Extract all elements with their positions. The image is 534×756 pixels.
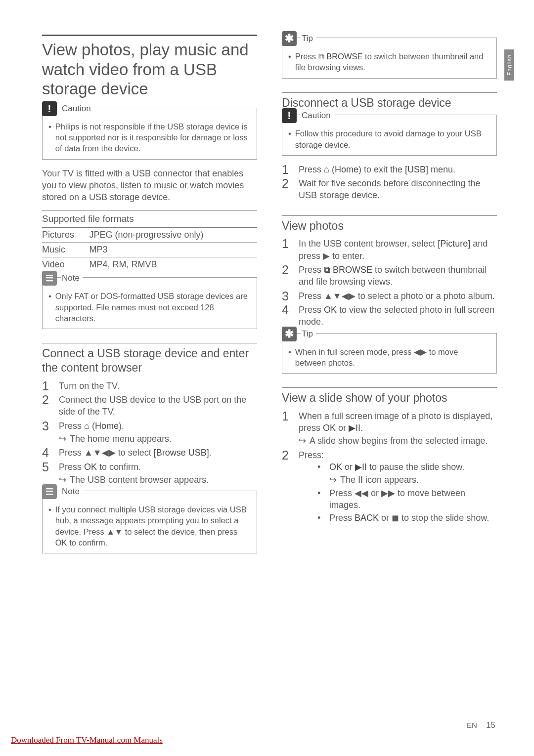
home-icon: ⌂ bbox=[324, 165, 329, 174]
tip-icon: ✱ bbox=[282, 327, 297, 341]
subsection-heading: Disconnect a USB storage device bbox=[282, 92, 497, 110]
tip-icon: ✱ bbox=[282, 31, 297, 46]
view-photos-steps: In the USB content browser, select [Pict… bbox=[282, 238, 497, 328]
left-column: View photos, play music and watch video … bbox=[42, 35, 257, 561]
formats-table: Supported file formats PicturesJPEG (non… bbox=[42, 210, 257, 272]
home-icon: ⌂ bbox=[84, 421, 89, 431]
browse-icon: ⧉ bbox=[324, 265, 330, 275]
bullet: Press BACK or ◼ to stop the slide show. bbox=[317, 512, 497, 524]
step: In the USB content browser, select [Pict… bbox=[282, 238, 497, 262]
caution-box: ! Caution Follow this procedure to avoid… bbox=[282, 115, 497, 156]
step: Press OK to view the selected photo in f… bbox=[282, 304, 497, 328]
arrow-icons: ▲▼◀▶ bbox=[84, 448, 116, 458]
bullet: OK or ▶II to pause the slide show. The I… bbox=[317, 461, 497, 486]
language-tab: English bbox=[504, 49, 514, 81]
table-cell: MP3 bbox=[89, 243, 257, 257]
caution-title: Caution bbox=[301, 111, 334, 121]
tip-title: Tip bbox=[301, 34, 316, 43]
step-result: A slide show begins from the selected im… bbox=[299, 435, 497, 447]
note-title: Note bbox=[61, 487, 83, 497]
note-title: Note bbox=[61, 273, 83, 283]
step: Press OK to confirm. The USB content bro… bbox=[42, 461, 257, 486]
table-header: Supported file formats bbox=[42, 210, 257, 228]
table-cell: Video bbox=[42, 257, 89, 272]
step: When a full screen image of a photo is d… bbox=[282, 410, 497, 447]
section-heading: View photos, play music and watch video … bbox=[42, 35, 257, 99]
tip-text: When in full screen mode, press ◀▶ to mo… bbox=[295, 346, 490, 369]
step-result: The USB content browser appears. bbox=[59, 474, 257, 486]
stop-icon: ◼ bbox=[392, 513, 399, 523]
step: Press: OK or ▶II to pause the slide show… bbox=[282, 449, 497, 524]
play-pause-icon: ▶II bbox=[349, 423, 360, 433]
step: Turn on the TV. bbox=[42, 380, 257, 392]
caution-text: Philips is not responsible if the USB st… bbox=[55, 121, 251, 154]
table-cell: Music bbox=[42, 243, 89, 257]
note-box: ☰ Note If you connect multiple USB stora… bbox=[42, 491, 257, 553]
step: Wait for five seconds before disconnecti… bbox=[282, 177, 497, 202]
caution-box: ! Caution Philips is not responsible if … bbox=[42, 108, 257, 160]
caution-icon: ! bbox=[42, 101, 57, 116]
download-link[interactable]: Downloaded From TV-Manual.com Manuals bbox=[11, 735, 163, 745]
table-cell: MP4, RM, RMVB bbox=[89, 257, 257, 272]
connect-steps: Turn on the TV. Connect the USB device t… bbox=[42, 380, 257, 486]
arrow-icons: ▲▼◀▶ bbox=[324, 291, 356, 301]
note-box: ☰ Note Only FAT or DOS-formatted USB sto… bbox=[42, 277, 257, 329]
page-number: 15 bbox=[486, 720, 495, 730]
arrow-icons: ▲▼ bbox=[106, 527, 123, 536]
caution-text: Follow this procedure to avoid damage to… bbox=[295, 128, 490, 150]
caution-title: Caution bbox=[61, 104, 94, 114]
tip-box: ✱ Tip When in full screen mode, press ◀▶… bbox=[282, 333, 497, 374]
tip-box: ✱ Tip Press ⧉ BROWSE to switch between t… bbox=[282, 38, 497, 79]
play-pause-icon: ▶II bbox=[355, 462, 367, 472]
table-cell: Pictures bbox=[42, 228, 89, 243]
rewind-icon: ◀◀ bbox=[355, 488, 368, 498]
slideshow-steps: When a full screen image of a photo is d… bbox=[282, 410, 497, 524]
caution-icon: ! bbox=[282, 108, 297, 123]
fast-forward-icon: ▶▶ bbox=[381, 488, 395, 498]
tip-title: Tip bbox=[301, 329, 316, 339]
step: Press ⌂ (Home) to exit the [USB] menu. bbox=[282, 164, 497, 175]
step: Press ⌂ (Home). The home menu appears. bbox=[42, 420, 257, 445]
browse-icon: ⧉ bbox=[318, 52, 324, 61]
step: Press ▲▼◀▶ to select a photo or a photo … bbox=[282, 290, 497, 302]
disconnect-steps: Press ⌂ (Home) to exit the [USB] menu. W… bbox=[282, 164, 497, 202]
note-icon: ☰ bbox=[42, 484, 57, 499]
subsection-heading: Connect a USB storage device and enter t… bbox=[42, 343, 257, 375]
step: Connect the USB device to the USB port o… bbox=[42, 394, 257, 418]
table-cell: JPEG (non-progressive only) bbox=[89, 228, 257, 243]
bullet: Press ◀◀ or ▶▶ to move between images. bbox=[317, 487, 497, 511]
play-icon: ▶ bbox=[323, 251, 330, 261]
step-result: The home menu appears. bbox=[59, 433, 257, 445]
step: Press ▲▼◀▶ to select [Browse USB]. bbox=[42, 447, 257, 459]
footer-lang: EN bbox=[467, 721, 477, 729]
subsection-heading: View photos bbox=[282, 215, 497, 233]
pause-icon: II bbox=[358, 475, 363, 485]
arrow-icons: ◀▶ bbox=[414, 347, 427, 356]
tip-text: Press ⧉ BROWSE to switch between thumbna… bbox=[295, 51, 490, 73]
bullet-result: The II icon appears. bbox=[329, 474, 497, 486]
note-text: If you connect multiple USB storage devi… bbox=[55, 504, 251, 548]
page-footer: EN 15 bbox=[467, 720, 495, 730]
intro-text: Your TV is fitted with a USB connector t… bbox=[42, 168, 257, 204]
step: Press ⧉ BROWSE to switch between thumbna… bbox=[282, 264, 497, 288]
note-icon: ☰ bbox=[42, 271, 57, 286]
note-text: Only FAT or DOS-formatted USB storage de… bbox=[55, 291, 251, 324]
right-column: ✱ Tip Press ⧉ BROWSE to switch between t… bbox=[282, 35, 497, 561]
subsection-heading: View a slide show of your photos bbox=[282, 387, 497, 405]
